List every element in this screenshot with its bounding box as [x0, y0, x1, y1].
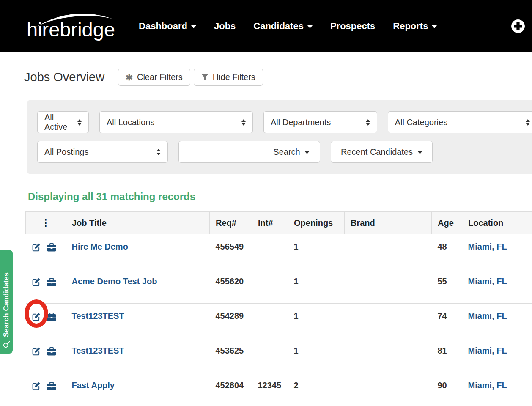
- recent-candidates-label: Recent Candidates: [341, 147, 413, 157]
- openings-cell: 2: [288, 373, 345, 406]
- location-link[interactable]: Miami, FL: [468, 277, 507, 286]
- logo-arc-icon: [31, 10, 118, 30]
- categories-select[interactable]: All Categories: [388, 111, 532, 133]
- main-nav: Dashboard Jobs Candidates Prospects Repo…: [139, 21, 437, 32]
- filters-panel: All Active All Locations All Departments…: [27, 100, 532, 174]
- briefcase-icon[interactable]: [47, 381, 57, 390]
- table-row: Test123TEST 453625 1 81 Miami, FL: [26, 338, 532, 373]
- edit-job-icon[interactable]: [32, 347, 41, 356]
- search-group: Search: [178, 141, 320, 163]
- brand-cell: [345, 304, 432, 338]
- caret-down-icon: [417, 151, 422, 154]
- age-cell: 48: [432, 234, 462, 269]
- updown-arrows-icon: [156, 149, 161, 155]
- search-button-label: Search: [273, 147, 300, 157]
- clear-filters-label: Clear Filters: [137, 72, 183, 82]
- header-location: Location: [462, 212, 532, 234]
- asterisk-icon: ✱: [126, 72, 133, 82]
- job-title-link[interactable]: Fast Apply: [72, 381, 115, 390]
- age-cell: 90: [432, 373, 462, 406]
- hide-filters-label: Hide Filters: [213, 72, 255, 82]
- nav-item-prospects[interactable]: Prospects: [330, 21, 375, 32]
- status-select[interactable]: All Active: [37, 111, 89, 133]
- header-req: Req#: [210, 212, 252, 234]
- clear-filters-button[interactable]: ✱ Clear Filters: [118, 69, 190, 86]
- filters-row-2: All Postings Search Recent Candidates: [37, 141, 532, 163]
- funnel-icon: [201, 74, 208, 81]
- plus-circle-icon: [511, 19, 525, 33]
- page-title: Jobs Overview: [24, 70, 104, 84]
- age-cell: 55: [432, 269, 462, 304]
- header-int: Int#: [252, 212, 288, 234]
- search-button[interactable]: Search: [263, 141, 320, 162]
- updown-arrows-icon: [526, 119, 530, 126]
- location-link[interactable]: Miami, FL: [468, 346, 507, 355]
- recent-candidates-button[interactable]: Recent Candidates: [331, 141, 433, 163]
- results-summary: Displaying all 31 matching records: [28, 191, 532, 203]
- brand-cell: [345, 269, 432, 304]
- int-cell: [252, 269, 288, 304]
- briefcase-icon[interactable]: [47, 243, 57, 252]
- postings-select-value: All Postings: [44, 147, 89, 157]
- location-link[interactable]: Miami, FL: [468, 381, 507, 390]
- search-candidates-tab[interactable]: Search Candidates: [0, 250, 13, 354]
- job-title-link[interactable]: Test123TEST: [72, 311, 124, 321]
- nav-item-candidates[interactable]: Candidates: [253, 21, 313, 32]
- nav-item-jobs[interactable]: Jobs: [214, 21, 236, 32]
- edit-job-icon[interactable]: [32, 381, 41, 391]
- departments-select[interactable]: All Departments: [263, 111, 377, 133]
- edit-job-icon[interactable]: [32, 277, 41, 287]
- updown-arrows-icon: [241, 119, 246, 126]
- age-cell: 74: [432, 304, 462, 338]
- openings-cell: 1: [288, 234, 345, 269]
- nav-item-dashboard[interactable]: Dashboard: [139, 21, 196, 32]
- header-brand: Brand: [345, 212, 432, 234]
- edit-job-icon[interactable]: [32, 312, 41, 321]
- column-options-button[interactable]: ⋮: [26, 212, 66, 234]
- hirebridge-logo[interactable]: hirebridge: [27, 14, 115, 39]
- postings-select[interactable]: All Postings: [37, 141, 168, 163]
- age-cell: 81: [432, 338, 462, 373]
- add-new-button[interactable]: [511, 19, 525, 33]
- table-row: Fast Apply 452804 12345 2 90 Miami, FL: [26, 373, 532, 406]
- table-row: Hire Me Demo 456549 1 48 Miami, FL: [26, 234, 532, 269]
- openings-cell: 1: [288, 304, 345, 338]
- search-input[interactable]: [179, 141, 263, 162]
- page-content: Jobs Overview ✱ Clear Filters Hide Filte…: [0, 69, 532, 406]
- briefcase-icon[interactable]: [47, 277, 57, 286]
- hide-filters-button[interactable]: Hide Filters: [194, 69, 263, 86]
- nav-item-reports[interactable]: Reports: [393, 21, 437, 32]
- page-header: Jobs Overview ✱ Clear Filters Hide Filte…: [24, 69, 532, 86]
- locations-select[interactable]: All Locations: [99, 111, 253, 133]
- search-candidates-tab-inner: Search Candidates: [0, 250, 13, 354]
- briefcase-icon[interactable]: [47, 347, 57, 356]
- location-link[interactable]: Miami, FL: [468, 242, 507, 251]
- job-title-link[interactable]: Acme Demo Test Job: [72, 277, 157, 286]
- brand-cell: [345, 373, 432, 406]
- header-job-title: Job Title: [66, 212, 210, 234]
- chevron-down-icon: [191, 25, 196, 28]
- locations-select-value: All Locations: [107, 118, 154, 127]
- status-select-value: All Active: [44, 112, 77, 132]
- nav-label: Reports: [393, 21, 428, 32]
- int-cell: 12345: [252, 373, 288, 406]
- location-link[interactable]: Miami, FL: [468, 311, 507, 321]
- search-icon: [3, 341, 10, 348]
- req-cell: 456549: [210, 234, 252, 269]
- categories-select-value: All Categories: [395, 118, 448, 127]
- briefcase-icon[interactable]: [47, 312, 57, 321]
- edit-job-icon[interactable]: [32, 243, 41, 252]
- jobs-table: ⋮ Job Title Req# Int# Openings Brand Age…: [25, 211, 532, 406]
- job-title-link[interactable]: Hire Me Demo: [72, 242, 128, 251]
- req-cell: 453625: [210, 338, 252, 373]
- search-candidates-label: Search Candidates: [2, 272, 11, 337]
- caret-down-icon: [304, 151, 310, 154]
- nav-label: Candidates: [253, 21, 304, 32]
- updown-arrows-icon: [77, 119, 82, 126]
- openings-cell: 1: [288, 338, 345, 373]
- table-row: Acme Demo Test Job 455620 1 55 Miami, FL: [26, 269, 532, 304]
- table-header-row: ⋮ Job Title Req# Int# Openings Brand Age…: [26, 212, 532, 234]
- nav-label: Prospects: [330, 21, 375, 32]
- header-openings: Openings: [288, 212, 345, 234]
- job-title-link[interactable]: Test123TEST: [72, 346, 124, 355]
